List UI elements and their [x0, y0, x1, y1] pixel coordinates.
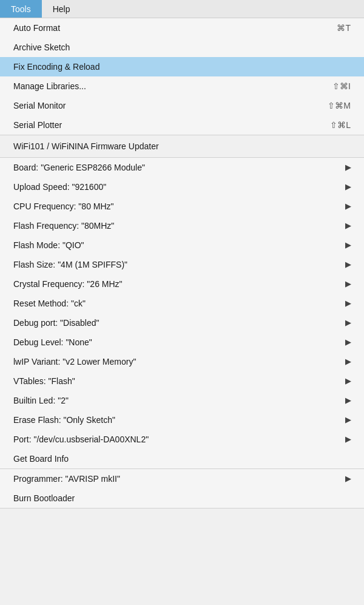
menu-item-label-fix-encoding-reload: Fix Encoding & Reload: [13, 62, 99, 72]
menu-item-cpu-frequency[interactable]: CPU Frequency: "80 MHz"▶: [0, 197, 364, 216]
menu-item-programmer[interactable]: Programmer: "AVRISP mkII"▶: [0, 469, 364, 488]
submenu-arrow-flash-size: ▶: [345, 260, 351, 269]
menu-tab-tools[interactable]: Tools: [0, 0, 42, 18]
menu-item-label-serial-plotter: Serial Plotter: [13, 120, 62, 130]
menu-item-label-get-board-info: Get Board Info: [13, 454, 69, 464]
menu-item-label-upload-speed: Upload Speed: "921600": [13, 182, 106, 192]
section-programmer-section: Programmer: "AVRISP mkII"▶Burn Bootloade…: [0, 469, 364, 509]
menu-item-vtables[interactable]: VTables: "Flash"▶: [0, 371, 364, 391]
menu-item-shortcut-serial-plotter: ⇧⌘L: [330, 120, 351, 130]
menu-item-label-archive-sketch: Archive Sketch: [13, 42, 70, 52]
menu-tab-help[interactable]: Help: [42, 0, 81, 18]
menu-item-debug-port[interactable]: Debug port: "Disabled"▶: [0, 313, 364, 333]
submenu-arrow-lwip-variant: ▶: [345, 357, 351, 366]
menu-item-label-erase-flash: Erase Flash: "Only Sketch": [13, 415, 115, 425]
menu-item-shortcut-auto-format: ⌘T: [337, 23, 351, 33]
submenu-arrow-programmer: ▶: [345, 475, 351, 483]
section-board-settings: Board: "Generic ESP8266 Module"▶Upload S…: [0, 158, 364, 469]
menu-item-label-serial-monitor: Serial Monitor: [13, 101, 66, 110]
menu-item-label-cpu-frequency: CPU Frequency: "80 MHz": [13, 201, 114, 211]
menu-item-label-reset-method: Reset Method: "ck": [13, 299, 86, 308]
submenu-arrow-builtin-led: ▶: [345, 396, 351, 405]
menu-item-manage-libraries[interactable]: Manage Libraries...⇧⌘I: [0, 76, 364, 96]
menu-item-label-builtin-led: Builtin Led: "2": [13, 396, 69, 405]
menu-item-label-programmer: Programmer: "AVRISP mkII": [13, 474, 120, 484]
menu-item-label-auto-format: Auto Format: [13, 23, 60, 33]
section-header-firmware: WiFi101 / WiFiNINA Firmware Updater: [0, 135, 364, 157]
menu-item-debug-level[interactable]: Debug Level: "None"▶: [0, 333, 364, 352]
submenu-arrow-port: ▶: [345, 435, 351, 444]
menu-item-flash-frequency[interactable]: Flash Frequency: "80MHz"▶: [0, 216, 364, 235]
section-firmware: WiFi101 / WiFiNINA Firmware Updater: [0, 135, 364, 158]
submenu-arrow-upload-speed: ▶: [345, 183, 351, 191]
menu-item-shortcut-serial-monitor: ⇧⌘M: [328, 101, 351, 110]
menu-content: Auto Format⌘TArchive SketchFix Encoding …: [0, 18, 364, 509]
menu-item-label-debug-level: Debug Level: "None": [13, 337, 92, 347]
menu-item-label-port: Port: "/dev/cu.usbserial-DA00XNL2": [13, 434, 149, 444]
menu-item-fix-encoding-reload[interactable]: Fix Encoding & Reload: [0, 57, 364, 76]
menu-item-board[interactable]: Board: "Generic ESP8266 Module"▶: [0, 158, 364, 177]
menu-item-label-vtables: VTables: "Flash": [13, 376, 75, 386]
menu-item-label-burn-bootloader: Burn Bootloader: [13, 493, 75, 503]
menu-item-lwip-variant[interactable]: lwIP Variant: "v2 Lower Memory"▶: [0, 352, 364, 371]
menu-item-label-flash-mode: Flash Mode: "QIO": [13, 240, 84, 250]
menu-item-serial-monitor[interactable]: Serial Monitor⇧⌘M: [0, 96, 364, 115]
submenu-arrow-crystal-frequency: ▶: [345, 280, 351, 288]
menu-item-label-manage-libraries: Manage Libraries...: [13, 81, 86, 91]
menu-item-burn-bootloader[interactable]: Burn Bootloader: [0, 488, 364, 508]
section-basic-tools: Auto Format⌘TArchive SketchFix Encoding …: [0, 18, 364, 135]
submenu-arrow-debug-level: ▶: [345, 338, 351, 346]
menu-item-flash-mode[interactable]: Flash Mode: "QIO"▶: [0, 235, 364, 255]
submenu-arrow-erase-flash: ▶: [345, 416, 351, 424]
submenu-arrow-flash-frequency: ▶: [345, 221, 351, 230]
submenu-arrow-reset-method: ▶: [345, 299, 351, 308]
menu-item-serial-plotter[interactable]: Serial Plotter⇧⌘L: [0, 115, 364, 135]
menu-item-upload-speed[interactable]: Upload Speed: "921600"▶: [0, 177, 364, 197]
menu-item-archive-sketch[interactable]: Archive Sketch: [0, 38, 364, 57]
menu-item-auto-format[interactable]: Auto Format⌘T: [0, 18, 364, 38]
submenu-arrow-debug-port: ▶: [345, 319, 351, 327]
submenu-arrow-vtables: ▶: [345, 377, 351, 385]
menu-item-label-flash-frequency: Flash Frequency: "80MHz": [13, 221, 114, 231]
menu-item-label-debug-port: Debug port: "Disabled": [13, 318, 99, 328]
menu-item-label-board: Board: "Generic ESP8266 Module": [13, 163, 145, 172]
menu-bar: ToolsHelp: [0, 0, 364, 18]
menu-item-crystal-frequency[interactable]: Crystal Frequency: "26 MHz"▶: [0, 274, 364, 294]
submenu-arrow-board: ▶: [345, 163, 351, 172]
menu-item-builtin-led[interactable]: Builtin Led: "2"▶: [0, 391, 364, 410]
menu-item-port[interactable]: Port: "/dev/cu.usbserial-DA00XNL2"▶: [0, 430, 364, 449]
menu-item-reset-method[interactable]: Reset Method: "ck"▶: [0, 294, 364, 313]
menu-item-flash-size[interactable]: Flash Size: "4M (1M SPIFFS)"▶: [0, 255, 364, 274]
submenu-arrow-flash-mode: ▶: [345, 241, 351, 249]
menu-item-get-board-info[interactable]: Get Board Info: [0, 449, 364, 468]
submenu-arrow-cpu-frequency: ▶: [345, 202, 351, 211]
menu-item-label-flash-size: Flash Size: "4M (1M SPIFFS)": [13, 260, 127, 269]
menu-item-shortcut-manage-libraries: ⇧⌘I: [332, 81, 351, 91]
menu-item-label-crystal-frequency: Crystal Frequency: "26 MHz": [13, 279, 123, 289]
menu-item-label-lwip-variant: lwIP Variant: "v2 Lower Memory": [13, 357, 136, 367]
menu-item-erase-flash[interactable]: Erase Flash: "Only Sketch"▶: [0, 410, 364, 430]
